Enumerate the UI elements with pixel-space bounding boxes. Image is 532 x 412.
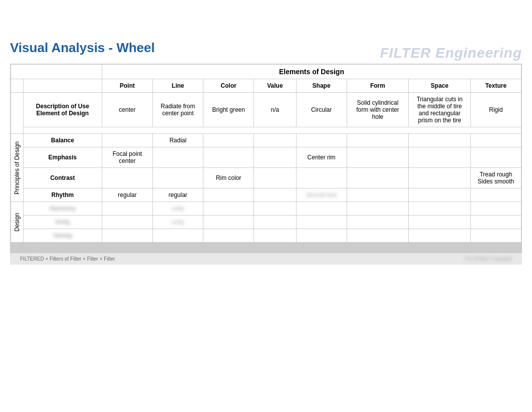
desc-shape: Circular [296,93,347,127]
contrast-row: Contrast Rim color Tread rough Sides smo… [11,168,521,188]
main-table: Elements of Design Point Line Color Valu… [11,64,521,243]
col-value: Value [254,79,296,93]
balance-texture [470,134,521,147]
col-space: Space [409,79,471,93]
balance-label: Balance [23,134,102,147]
contrast-value [254,168,296,188]
contrast-space [409,168,471,188]
contrast-line [153,168,203,188]
contrast-point [102,168,152,188]
desc-color: Bright green [203,93,254,127]
table-container: Elements of Design Point Line Color Valu… [10,64,522,243]
rhythm-line: regular [153,188,203,202]
rhythm-value [254,188,296,202]
emphasis-value [254,147,296,168]
col-shape: Shape [296,79,347,93]
desc-space: Triangular cuts in the middle of tire an… [409,93,471,127]
page-wrapper: FILTER Engineering Visual Analysis - Whe… [10,40,522,265]
footer-left: FILTERED + Filters of Filter + Filter + … [20,256,115,262]
col-texture: Texture [470,79,521,93]
rhythm-space [409,188,471,202]
principles-side-label: Principles of Design [11,134,24,202]
emphasis-shape: Center rim [296,147,347,168]
rhythm-point: regular [102,188,152,202]
watermark: FILTER Engineering [380,45,522,61]
rhythm-color [203,188,254,202]
balance-point [102,134,152,147]
emphasis-point: Focal point center [102,147,152,168]
balance-shape [296,134,347,147]
contrast-color: Rim color [203,168,254,188]
col-point: Point [102,79,152,93]
contrast-form [347,168,409,188]
blurred-2-label: Unity [23,216,102,229]
description-row: Description of Use Element of Design cen… [11,93,521,127]
emphasis-label: Emphasis [23,147,102,168]
rhythm-shape: blurred text [296,188,347,202]
emphasis-space [409,147,471,168]
footer-right: FILTERED Copyright [465,256,512,262]
bottom-footer: FILTERED + Filters of Filter + Filter + … [10,253,522,265]
blurred-row-1: Design Harmony unity [11,202,521,216]
emphasis-row: Emphasis Focal point center Center rim [11,147,521,168]
description-spacer [11,127,521,134]
emphasis-texture [470,147,521,168]
blurred-row-3: Variety [11,229,521,243]
col-form: Form [347,79,409,93]
rhythm-texture [470,188,521,202]
rhythm-label: Rhythm [23,188,102,202]
balance-row: Principles of Design Balance Radial [11,134,521,147]
balance-color [203,134,254,147]
contrast-shape [296,168,347,188]
emphasis-line [153,147,203,168]
emphasis-color [203,147,254,168]
rhythm-form [347,188,409,202]
description-label: Description of Use Element of Design [23,93,102,127]
balance-line: Radial [153,134,203,147]
rhythm-row: Rhythm regular regular blurred text [11,188,521,202]
col-line: Line [153,79,203,93]
emphasis-form [347,147,409,168]
contrast-texture: Tread rough Sides smooth [470,168,521,188]
elements-header: Elements of Design [102,65,521,79]
desc-form: Solid cylindrical form with center hole [347,93,409,127]
col-color: Color [203,79,254,93]
balance-form [347,134,409,147]
footer-bar [10,243,522,253]
desc-point: center [102,93,152,127]
blurred-1-label: Harmony [23,202,102,216]
balance-space [409,134,471,147]
desc-line: Radiate from center point [153,93,203,127]
desc-texture: Rigid [470,93,521,127]
balance-value [254,134,296,147]
contrast-label: Contrast [23,168,102,188]
blurred-row-2: Unity unity [11,216,521,229]
desc-value: n/a [254,93,296,127]
design-side-label: Design [11,202,24,243]
blurred-3-label: Variety [23,229,102,243]
